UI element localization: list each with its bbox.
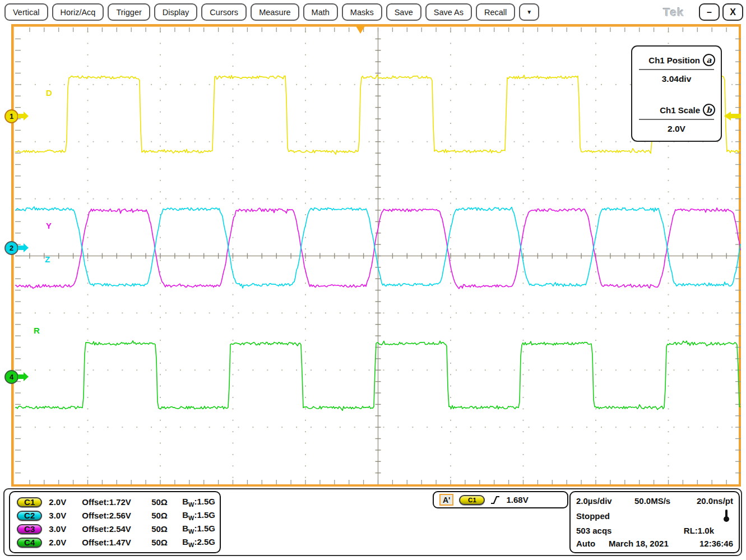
ch1-marker-arrow-icon: [18, 112, 29, 121]
timebase-value: 2.0µs/div: [576, 496, 634, 506]
knob-a-icon: a: [703, 54, 715, 66]
channel-1-termination: 50Ω: [151, 497, 182, 507]
ch1-readout-panel: Ch1 Position a 3.04div Ch1 Scale b 2.0V: [631, 45, 722, 142]
channel-1-readout-row[interactable]: C1 2.0V Offset:1.72V 50Ω BW:1.5G: [17, 496, 215, 508]
channel-4-offset: Offset:1.47V: [82, 538, 151, 547]
channel-2-badge[interactable]: C2: [17, 511, 42, 521]
menu-button-horiz-acq[interactable]: Horiz/Acq: [52, 3, 104, 21]
menu-button-save[interactable]: Save: [386, 3, 421, 21]
channel-1-scale: 2.0V: [49, 497, 82, 507]
trigger-level-value: 1.68V: [506, 495, 528, 505]
menu-button-save-as[interactable]: Save As: [425, 3, 472, 21]
channel-2-termination: 50Ω: [151, 511, 182, 520]
channel-2-bandwidth: BW:1.5G: [182, 510, 215, 521]
channel-1-bandwidth: BW:1.5G: [182, 497, 215, 508]
menu-more-dropdown-icon[interactable]: ▼: [519, 3, 539, 21]
close-button[interactable]: X: [722, 3, 743, 21]
ch4-marker-arrow-icon: [18, 372, 29, 381]
trigger-source-badge[interactable]: C1: [459, 495, 485, 505]
channel-1-offset: Offset:1.72V: [82, 497, 151, 507]
channel-3-badge[interactable]: C3: [17, 524, 42, 534]
menu-button-math[interactable]: Math: [303, 3, 338, 21]
channel-3-scale: 3.0V: [49, 524, 82, 534]
ch1-scale-label: Ch1 Scale: [660, 105, 700, 115]
trigger-readout[interactable]: A' C1 1.68V: [433, 491, 568, 508]
sample-rate-value: 50.0MS/s: [634, 496, 670, 506]
menu-button-trigger[interactable]: Trigger: [108, 3, 150, 21]
menu-button-measure[interactable]: Measure: [251, 3, 299, 21]
graticule: D Y Z R 1 2 4 Ch1 Position a: [11, 24, 741, 487]
waveform-label-y: Y: [46, 221, 52, 230]
channel-4-bandwidth: BW:2.5G: [182, 537, 215, 548]
thermometer-icon: [723, 509, 730, 522]
channel-4-termination: 50Ω: [151, 538, 182, 547]
waveform-label-d: D: [46, 88, 52, 98]
readout-bar: C1 2.0V Offset:1.72V 50Ω BW:1.5G C2 3.0V…: [3, 488, 742, 556]
ch2-marker-arrow-icon: [18, 243, 29, 252]
channel-readouts: C1 2.0V Offset:1.72V 50Ω BW:1.5G C2 3.0V…: [9, 491, 221, 553]
menu-button-recall[interactable]: Recall: [476, 3, 515, 21]
ch1-position-group[interactable]: Ch1 Position a 3.04div: [638, 54, 715, 84]
menu-button-vertical[interactable]: Vertical: [4, 3, 48, 21]
rising-edge-slope-icon: [490, 495, 501, 505]
tek-logo: Tek: [663, 6, 684, 19]
waveform-label-z: Z: [45, 254, 50, 264]
ch1-position-value: 3.04div: [638, 74, 715, 84]
channel-3-readout-row[interactable]: C3 3.0V Offset:2.54V 50Ω BW:1.5G: [17, 522, 215, 535]
trigger-level-arrow-icon[interactable]: [724, 111, 741, 121]
time-value: 12:36:46: [699, 539, 733, 548]
trigger-mode-value: Auto: [576, 539, 609, 548]
channel-2-offset: Offset:2.56V: [82, 511, 151, 520]
menu-button-display[interactable]: Display: [154, 3, 198, 21]
channel-4-readout-row[interactable]: C4 2.0V Offset:1.47V 50Ω BW:2.5G: [17, 536, 215, 549]
ch2-position-marker[interactable]: 2: [4, 240, 31, 255]
channel-3-bandwidth: BW:1.5G: [182, 524, 215, 535]
channel-3-offset: Offset:2.54V: [82, 524, 151, 534]
channel-4-scale: 2.0V: [49, 538, 82, 547]
channel-2-scale: 3.0V: [49, 511, 82, 520]
ch4-position-marker[interactable]: 4: [4, 369, 31, 384]
ch1-position-label: Ch1 Position: [648, 55, 700, 65]
acquisition-count: 503 acqs: [576, 526, 611, 535]
channel-1-badge[interactable]: C1: [17, 497, 42, 507]
menu-button-masks[interactable]: Masks: [342, 3, 382, 21]
ch1-scale-group[interactable]: Ch1 Scale b 2.0V: [638, 104, 715, 134]
menu-bar: Vertical Horiz/Acq Trigger Display Curso…: [0, 0, 746, 24]
channel-3-termination: 50Ω: [151, 524, 182, 534]
resolution-value: 20.0ns/pt: [697, 496, 733, 506]
oscilloscope-app: Vertical Horiz/Acq Trigger Display Curso…: [0, 0, 746, 560]
acquisition-state: Stopped: [576, 511, 610, 521]
menu-button-cursors[interactable]: Cursors: [201, 3, 247, 21]
ch1-scale-value: 2.0V: [638, 124, 715, 134]
trigger-a-badge: A': [439, 494, 453, 506]
divider: [639, 119, 714, 120]
channel-2-readout-row[interactable]: C2 3.0V Offset:2.56V 50Ω BW:1.5G: [17, 509, 215, 522]
waveform-label-r: R: [34, 326, 40, 335]
minimize-button[interactable]: –: [699, 3, 720, 21]
trigger-position-marker-icon[interactable]: [355, 25, 365, 34]
ch1-position-marker[interactable]: 1: [4, 109, 31, 123]
record-length-value: RL:1.0k: [684, 526, 714, 535]
date-value: March 18, 2021: [609, 539, 669, 548]
channel-4-badge[interactable]: C4: [17, 538, 42, 548]
acquisition-readout: 2.0µs/div 50.0MS/s 20.0ns/pt Stopped 503…: [569, 491, 740, 553]
divider: [639, 69, 714, 70]
knob-b-icon: b: [703, 104, 715, 116]
